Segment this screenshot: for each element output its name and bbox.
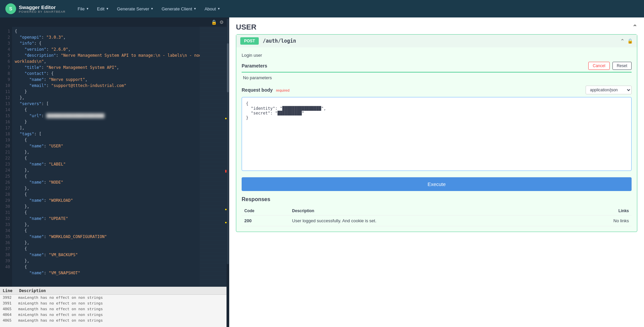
post-description: Login user — [242, 53, 632, 58]
section-title: USER ⌃ — [236, 23, 637, 32]
nav-file-arrow: ▼ — [86, 7, 89, 10]
execute-button[interactable]: Execute — [242, 177, 632, 191]
nav-client-arrow: ▼ — [194, 7, 197, 10]
error-row: 4065 maxLength has no effect on non stri… — [0, 306, 227, 312]
responses-label: Responses — [242, 196, 632, 202]
editor-scrollbar[interactable] — [227, 19, 229, 264]
error-list: 3992 maxLength has no effect on non stri… — [0, 295, 227, 326]
app-powered-by: POWERED BY SMARTBEAR — [19, 10, 65, 13]
section-collapse-button[interactable]: ⌃ — [632, 24, 637, 31]
minimap-canvas — [200, 27, 227, 287]
editor-toolbar: 🔒 ⚙ — [0, 17, 227, 27]
response-code: 200 — [242, 216, 289, 226]
error-col-line: Line — [3, 288, 12, 293]
content-type-select[interactable]: application/json — [586, 86, 632, 94]
minimap — [200, 27, 227, 287]
response-row-200: 200 User logged successfully. And cookie… — [242, 216, 632, 226]
request-body-label-group: Request body required — [242, 87, 290, 93]
lock-icon[interactable]: 🔒 — [211, 19, 217, 25]
editor-scrollbar-area — [227, 17, 229, 327]
nav-edit[interactable]: Edit ▼ — [93, 0, 113, 17]
top-navigation: S Swagger Editor POWERED BY SMARTBEAR Fi… — [0, 0, 644, 17]
error-row: 4065 maxLength has no effect on non stri… — [0, 318, 227, 323]
swagger-logo-icon: S — [5, 3, 16, 14]
cancel-button[interactable]: Cancel — [588, 62, 609, 70]
col-description: Description — [289, 206, 567, 216]
post-body: Login user Parameters Cancel Reset No pa… — [236, 47, 637, 232]
reset-button[interactable]: Reset — [612, 62, 632, 70]
nav-edit-arrow: ▼ — [106, 7, 109, 10]
responses-table: Code Description Links 200 User logged s… — [242, 206, 632, 226]
required-badge: required — [276, 88, 289, 92]
col-links: Links — [567, 206, 632, 216]
error-row: 3992 maxLength has no effect on non stri… — [0, 295, 227, 300]
section-title-text: USER — [236, 23, 256, 32]
post-block: POST /auth/login ⌃ 🔒 Login user Paramete… — [236, 34, 637, 232]
error-panel: Line Description 3992 maxLength has no e… — [0, 287, 227, 327]
swagger-content: USER ⌃ POST /auth/login ⌃ 🔒 Login user — [229, 17, 644, 243]
request-body-header: Request body required application/json — [242, 86, 632, 94]
nav-generate-client[interactable]: Generate Client ▼ — [157, 0, 200, 17]
request-body-textarea[interactable]: { "identity": <span class="blurred">████… — [242, 97, 632, 171]
right-panel[interactable]: USER ⌃ POST /auth/login ⌃ 🔒 Login user — [229, 17, 644, 327]
request-body-label: Request body — [242, 87, 273, 93]
parameters-header: Parameters Cancel Reset — [242, 62, 632, 73]
logo: S Swagger Editor POWERED BY SMARTBEAR — [5, 3, 65, 14]
post-header[interactable]: POST /auth/login ⌃ 🔒 — [236, 35, 637, 47]
col-code: Code — [242, 206, 289, 216]
error-col-desc: Description — [19, 288, 46, 293]
code-area: 12345 678910 1112131415 1617181920 21222… — [0, 27, 227, 287]
main-area: 🔒 ⚙ 12345 678910 1112131415 1617181920 2… — [0, 17, 644, 327]
response-description: User logged successfully. And cookie is … — [289, 216, 567, 226]
error-row: 3991 minLength has no effect on non stri… — [0, 300, 227, 306]
nav-server-arrow: ▼ — [151, 7, 154, 10]
parameters-label: Parameters — [242, 63, 267, 68]
nav-generate-server[interactable]: Generate Server ▼ — [113, 0, 157, 17]
post-lock-icon: 🔒 — [627, 38, 633, 44]
parameters-section: Parameters Cancel Reset No parameters — [242, 62, 632, 80]
error-row: 4064 minLength has no effect on non stri… — [0, 312, 227, 318]
scrollbar-thumb[interactable] — [227, 43, 229, 92]
error-header: Line Description — [0, 287, 227, 295]
settings-icon[interactable]: ⚙ — [219, 19, 224, 25]
post-badge: POST — [240, 37, 259, 45]
no-parameters-text: No parameters — [243, 75, 632, 80]
responses-section: Responses Code Description Links — [242, 196, 632, 226]
app-name: Swagger Editor — [19, 4, 65, 10]
post-collapse: ⌃ 🔒 — [620, 38, 633, 44]
parameters-actions: Cancel Reset — [588, 62, 632, 70]
response-links: No links — [567, 216, 632, 226]
collapse-arrow-icon[interactable]: ⌃ — [620, 38, 625, 44]
line-numbers: 12345 678910 1112131415 1617181920 21222… — [0, 27, 12, 287]
nav-about[interactable]: About ▼ — [200, 0, 224, 17]
nav-about-arrow: ▼ — [217, 7, 220, 10]
code-editor[interactable]: { "openapi": "3.0.3", "info": { "version… — [12, 27, 200, 287]
post-path: /auth/login — [263, 38, 296, 44]
svg-text:S: S — [9, 6, 12, 11]
nav-file[interactable]: File ▼ — [73, 0, 93, 17]
editor-panel: 🔒 ⚙ 12345 678910 1112131415 1617181920 2… — [0, 17, 227, 327]
request-body-section: Request body required application/json {… — [242, 86, 632, 172]
